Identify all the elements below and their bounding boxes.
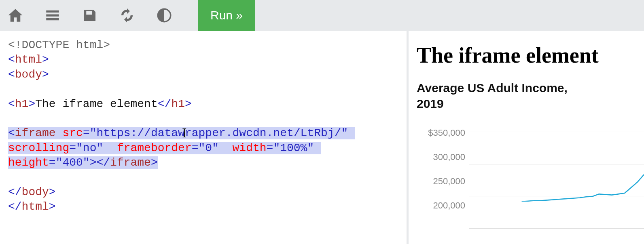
- code-line[interactable]: [8, 82, 398, 97]
- code-line[interactable]: scrolling="no" frameborder="0" width="10…: [8, 141, 398, 156]
- code-line[interactable]: <iframe src="https://datawrapper.dwcdn.n…: [8, 126, 398, 141]
- chart-y-tick: $350,000: [417, 128, 465, 138]
- code-line[interactable]: <!DOCTYPE html>: [8, 38, 398, 53]
- save-icon[interactable]: [78, 4, 101, 27]
- code-line[interactable]: </body>: [8, 185, 398, 200]
- code-line[interactable]: <h1>The iframe element</h1>: [8, 97, 398, 111]
- chart-title: Average US Adult Income, 2019: [417, 80, 644, 111]
- code-line[interactable]: </html>: [8, 200, 398, 214]
- main-area: <!DOCTYPE html><html><body> <h1>The ifra…: [0, 31, 644, 244]
- toolbar: Run »: [0, 0, 644, 31]
- chart-title-line2: 2019: [417, 97, 444, 110]
- chart-y-tick: 300,000: [417, 152, 465, 162]
- preview-heading: The iframe element: [417, 43, 644, 68]
- chart-area: $350,000300,000250,000200,000: [417, 128, 644, 229]
- chart-y-axis-labels: $350,000300,000250,000200,000: [417, 128, 465, 211]
- preview-pane: The iframe element Average US Adult Inco…: [409, 31, 644, 244]
- menu-icon[interactable]: [41, 4, 64, 27]
- code-line[interactable]: <body>: [8, 67, 398, 82]
- chart-title-line1: Average US Adult Income,: [417, 81, 568, 95]
- code-editor[interactable]: <!DOCTYPE html><html><body> <h1>The ifra…: [0, 31, 409, 244]
- code-line[interactable]: [8, 170, 398, 185]
- chart-line: [469, 132, 644, 202]
- run-button[interactable]: Run »: [198, 0, 255, 31]
- run-button-label: Run »: [210, 8, 243, 22]
- code-line[interactable]: [8, 111, 398, 126]
- chart-y-tick: 200,000: [417, 200, 465, 211]
- theme-icon[interactable]: [153, 4, 176, 27]
- code-line[interactable]: <html>: [8, 53, 398, 67]
- code-line[interactable]: height="400"></iframe>: [8, 156, 398, 170]
- chart-y-tick: 250,000: [417, 176, 465, 187]
- home-icon[interactable]: [4, 4, 27, 27]
- rotate-icon[interactable]: [116, 4, 138, 27]
